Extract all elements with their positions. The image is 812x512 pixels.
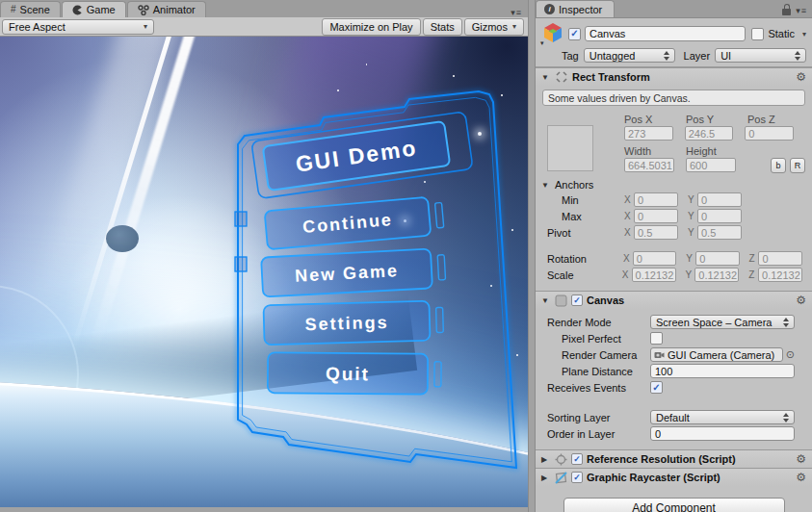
lock-icon[interactable]	[782, 9, 791, 15]
x-axis-label: X	[622, 269, 632, 280]
add-component-button[interactable]: Add Component	[563, 498, 785, 512]
anchors-min-row: Min X 0 Y 0	[536, 192, 812, 208]
tab-animator[interactable]: Animator	[127, 1, 206, 17]
rotation-x-field[interactable]: 0	[633, 251, 676, 266]
menu-button-quit[interactable]: Quit	[268, 352, 441, 395]
name-field[interactable]: Canvas	[585, 26, 746, 41]
aspect-dropdown[interactable]: Free Aspect ▾	[2, 19, 154, 35]
pos-z-field[interactable]: 0	[745, 126, 794, 141]
scale-row: Scale X 0.12132 Y 0.12132 Z 0.12132	[536, 267, 812, 283]
static-label: Static	[768, 28, 795, 39]
scale-z-field[interactable]: 0.12132	[758, 268, 802, 282]
gizmos-button[interactable]: Gizmos▾	[464, 18, 524, 36]
graphic-raycaster-header[interactable]: ▶ ✓ Graphic Raycaster (Script) ⚙	[536, 468, 812, 486]
pos-y-label: Pos Y	[686, 114, 736, 125]
receives-events-checkbox[interactable]: ✓	[650, 381, 663, 394]
receives-events-label: Receives Events	[536, 382, 650, 394]
sorting-layer-label: Sorting Layer	[536, 412, 650, 423]
graphic-raycaster-checkbox[interactable]: ✓	[571, 472, 583, 483]
plane-distance-field[interactable]: 100	[650, 364, 795, 378]
pivot-x-field[interactable]: 0.5	[634, 225, 678, 240]
foldout-open-icon[interactable]: ▼	[541, 296, 551, 305]
anchor-max-y-field[interactable]: 0	[697, 209, 742, 223]
pixel-perfect-checkbox[interactable]	[650, 332, 663, 345]
anchor-min-y-field[interactable]: 0	[697, 192, 742, 207]
render-mode-row: Render Mode Screen Space – Camera	[536, 314, 812, 330]
tag-label: Tag	[562, 50, 579, 62]
foldout-open-icon[interactable]: ▼	[541, 73, 551, 82]
camera-icon	[654, 350, 665, 359]
sorting-layer-dropdown[interactable]: Default	[650, 410, 795, 424]
reference-resolution-checkbox[interactable]: ✓	[571, 453, 583, 465]
object-picker-icon[interactable]: ⊙	[786, 348, 795, 361]
static-checkbox[interactable]	[751, 28, 764, 40]
foldout-open-icon[interactable]: ▼	[541, 181, 551, 190]
rect-transform-icon	[555, 70, 568, 84]
render-mode-dropdown[interactable]: Screen Space – Camera	[650, 315, 795, 329]
width-field[interactable]: 664.5031	[624, 158, 674, 172]
render-camera-row: Render Camera GUI Camera (Camera) ⊙	[536, 346, 812, 363]
updown-arrows-icon	[783, 413, 789, 422]
gear-icon[interactable]: ⚙	[796, 452, 806, 466]
z-axis-label: Z	[748, 269, 758, 280]
frame-node	[235, 212, 247, 226]
rect-transform-header[interactable]: ▼ Rect Transform ⚙	[536, 67, 812, 86]
panel-splitter[interactable]	[528, 0, 536, 512]
tab-inspector[interactable]: i Inspector	[536, 0, 615, 17]
order-in-layer-label: Order in Layer	[536, 428, 650, 440]
height-field[interactable]: 600	[686, 158, 736, 172]
menu-button-new-game[interactable]: New Game	[261, 248, 446, 297]
gui-demo-menu: GUI Demo Continue New Game Settings	[0, 37, 528, 507]
anchor-max-x-field[interactable]: 0	[634, 209, 678, 223]
scale-x-field[interactable]: 0.12132	[632, 268, 676, 282]
pos-x-field[interactable]: 273	[624, 126, 673, 141]
reference-resolution-header[interactable]: ▶ ✓ Reference Resolution (Script) ⚙	[536, 449, 812, 468]
tab-scene[interactable]: # Scene	[0, 1, 61, 17]
canvas-icon	[555, 294, 567, 307]
tab-game[interactable]: Game	[62, 1, 126, 17]
updown-arrows-icon	[664, 51, 669, 61]
rotation-row: Rotation X 0 Y 0 Z 0	[536, 250, 812, 267]
pane-menu-icon[interactable]: ▾≡	[796, 6, 807, 15]
scale-y-field[interactable]: 0.12132	[694, 268, 739, 282]
x-axis-label: X	[624, 227, 634, 238]
graphic-raycaster-title: Graphic Raycaster (Script)	[587, 472, 720, 483]
anchor-min-x-field[interactable]: 0	[634, 192, 678, 207]
plane-distance-row: Plane Distance 100	[536, 363, 812, 379]
render-camera-object-field[interactable]: GUI Camera (Camera)	[650, 347, 783, 362]
layer-dropdown[interactable]: UI	[715, 48, 806, 63]
menu-button-settings[interactable]: Settings	[264, 300, 444, 345]
grid-icon: #	[11, 5, 16, 14]
raw-edit-mode-button[interactable]: R	[790, 158, 805, 173]
tag-dropdown[interactable]: Untagged	[584, 48, 675, 63]
pivot-label: Pivot	[536, 227, 624, 239]
gear-icon[interactable]: ⚙	[796, 70, 806, 84]
foldout-closed-icon[interactable]: ▶	[541, 474, 551, 482]
pane-menu-icon[interactable]: ▾≡	[511, 6, 528, 17]
canvas-component-header[interactable]: ▼ ✓ Canvas ⚙	[536, 291, 812, 309]
blueprint-mode-button[interactable]: b	[771, 158, 786, 173]
layer-label: Layer	[684, 50, 711, 62]
render-camera-label: Render Camera	[536, 349, 650, 361]
chevron-down-icon[interactable]: ▾	[802, 30, 806, 38]
rotation-y-field[interactable]: 0	[695, 251, 739, 266]
order-in-layer-field[interactable]: 0	[650, 426, 795, 441]
stats-button[interactable]: Stats	[423, 18, 462, 36]
pixel-perfect-row: Pixel Perfect	[536, 330, 812, 346]
gameobject-cube-icon[interactable]: ▾	[541, 21, 566, 46]
gear-icon[interactable]: ⚙	[796, 294, 806, 307]
order-in-layer-row: Order in Layer 0	[536, 425, 812, 442]
gear-icon[interactable]: ⚙	[796, 471, 806, 484]
rect-transform-body: Pos X Pos Y Pos Z 273 246.5 0 Width Heig…	[536, 108, 812, 291]
maximize-on-play-button[interactable]: Maximize on Play	[322, 18, 420, 36]
active-checkbox[interactable]: ✓	[568, 28, 581, 40]
chevron-down-icon: ▾	[512, 22, 516, 31]
foldout-closed-icon[interactable]: ▶	[541, 455, 551, 464]
rotation-z-field[interactable]: 0	[758, 251, 801, 266]
menu-button-settings-label: Settings	[304, 313, 389, 334]
game-icon	[72, 5, 83, 15]
canvas-enabled-checkbox[interactable]: ✓	[571, 294, 583, 306]
pivot-y-field[interactable]: 0.5	[697, 225, 742, 240]
pos-y-field[interactable]: 246.5	[685, 126, 734, 141]
graphic-raycaster-icon	[555, 472, 567, 484]
